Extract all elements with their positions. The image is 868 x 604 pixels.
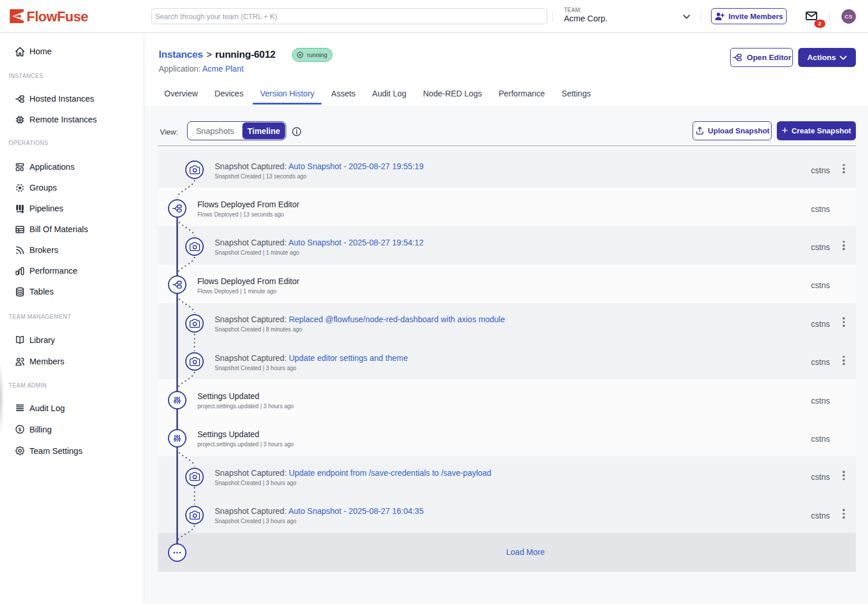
svg-text:$: $ <box>18 427 21 433</box>
